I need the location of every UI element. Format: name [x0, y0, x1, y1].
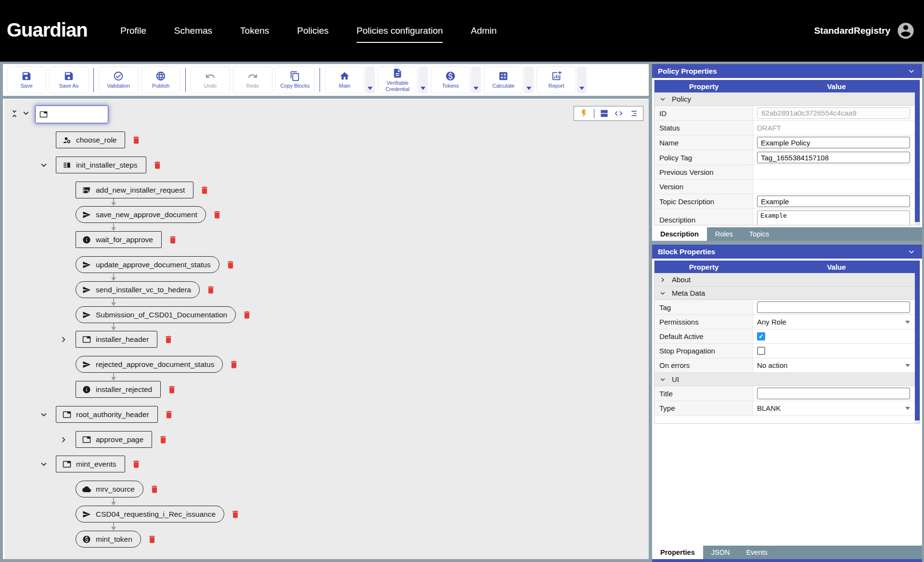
delete-block-button[interactable]	[158, 435, 168, 444]
report-button[interactable]: Report	[537, 66, 576, 93]
tokens-dropdown-arrow[interactable]	[471, 66, 481, 93]
property-row-policy-tag: Policy Tag	[654, 150, 920, 165]
policy-block-approve_page[interactable]: approve_page	[76, 431, 152, 448]
chevron-right-icon[interactable]	[58, 434, 69, 445]
chevron-down-icon[interactable]	[38, 459, 49, 470]
save-as-button[interactable]: Save As	[49, 66, 89, 93]
delete-block-button[interactable]	[242, 310, 252, 320]
publish-button[interactable]: Publish	[141, 66, 180, 93]
policy-block-root_authority_header[interactable]: root_authority_header	[56, 406, 158, 423]
delete-block-button[interactable]	[206, 285, 216, 295]
stop-propagation-checkbox[interactable]	[757, 347, 765, 355]
on-errors-select[interactable]: No action	[757, 361, 910, 369]
undo-button[interactable]: Undo	[191, 66, 230, 93]
calculate-dropdown-arrow[interactable]	[524, 66, 534, 93]
nav-item-admin[interactable]: Admin	[471, 26, 497, 36]
verifiable-credential-button[interactable]: Verifiable Credential	[378, 66, 417, 93]
report-dropdown-arrow[interactable]	[577, 66, 587, 93]
delete-block-button[interactable]	[229, 360, 239, 369]
tokens-button[interactable]: Tokens	[431, 66, 470, 93]
nav-item-schemas[interactable]: Schemas	[174, 26, 212, 36]
delete-block-button[interactable]	[168, 235, 178, 245]
default-active-checkbox[interactable]: ✓	[757, 332, 765, 340]
scrollbar[interactable]	[915, 92, 920, 225]
validation-button[interactable]: Validation	[99, 66, 138, 93]
policy-block-choose_role[interactable]: choose_role	[56, 131, 125, 148]
chevron-down-icon[interactable]	[38, 160, 49, 170]
tree-view-icon[interactable]	[629, 109, 638, 118]
blocks-view-icon[interactable]	[600, 109, 609, 118]
nav-item-tokens[interactable]: Tokens	[240, 26, 269, 36]
chevron-down-icon[interactable]	[907, 247, 916, 257]
policy-block-rejected_approve_document_status[interactable]: rejected_approve_document_status	[76, 356, 223, 373]
delete-block-button[interactable]	[150, 484, 159, 494]
policy-block-mint_token[interactable]: mint_token	[76, 531, 141, 548]
delete-block-button[interactable]	[167, 385, 177, 394]
group-row-policy[interactable]: Policy	[654, 92, 920, 106]
calculate-button[interactable]: Calculate	[484, 66, 523, 93]
permissions-select[interactable]: Any Role	[757, 318, 910, 326]
delete-block-button[interactable]	[164, 335, 173, 344]
chevron-down-icon[interactable]	[38, 409, 49, 420]
title-field[interactable]	[757, 388, 910, 399]
policy-block-CSD04_requesting_i_Rec_issuance[interactable]: CSD04_requesting_i_Rec_issuance	[76, 506, 224, 523]
policy-block-send_installer_vc_to_hedera[interactable]: send_installer_vc_to_hedera	[76, 281, 200, 298]
panel-tab-json[interactable]: JSON	[703, 546, 738, 559]
delete-block-button[interactable]	[226, 260, 235, 270]
code-view-icon[interactable]	[614, 109, 623, 118]
tree-node-row: add_new_installer_request	[76, 182, 209, 198]
copy-blocks-button[interactable]: Copy Blocks	[275, 66, 315, 93]
panel-tab-properties[interactable]: Properties	[652, 546, 703, 559]
policy-block-Submission_of_CSD01_Documentation[interactable]: Submission_of_CSD01_Documentation	[76, 306, 236, 323]
account-icon[interactable]	[896, 21, 915, 40]
delete-block-button[interactable]	[200, 185, 209, 195]
policy-block-update_approve_document_status[interactable]: update_approve_document_status	[76, 256, 219, 273]
policy-block-mrv_source[interactable]: mrv_source	[76, 481, 143, 497]
policy-tab-description[interactable]: Description	[652, 227, 707, 241]
delete-block-button[interactable]	[131, 135, 141, 145]
redo-button[interactable]: Redo	[233, 66, 272, 93]
nav-item-policies[interactable]: Policies	[297, 26, 328, 36]
policy-tab-roles[interactable]: Roles	[707, 227, 741, 241]
group-row-ui[interactable]: UI	[654, 373, 920, 386]
delete-block-button[interactable]	[231, 510, 240, 519]
save-button[interactable]: Save	[7, 66, 46, 93]
topic-description-field[interactable]	[757, 196, 910, 207]
delete-block-button[interactable]	[131, 459, 141, 469]
nav-item-policies-configuration[interactable]: Policies configuration	[357, 26, 443, 36]
block-search-input[interactable]	[51, 111, 104, 118]
delete-block-button[interactable]	[212, 210, 222, 220]
flash-icon[interactable]	[579, 109, 589, 118]
policy-block-save_new_approve_document[interactable]: save_new_approve_document	[76, 206, 206, 223]
panel-tab-events[interactable]: Events	[738, 546, 775, 559]
policy-tag-field[interactable]	[757, 152, 910, 163]
policy-tab-topics[interactable]: Topics	[741, 227, 777, 241]
chev-down-icon	[38, 160, 49, 170]
group-row-meta-data[interactable]: Meta Data	[654, 287, 920, 300]
main-dropdown-arrow[interactable]	[365, 66, 375, 93]
delete-block-button[interactable]	[164, 410, 174, 419]
group-row-about[interactable]: About	[654, 273, 920, 287]
scrollbar[interactable]	[915, 273, 920, 423]
policy-block-add_new_installer_request[interactable]: add_new_installer_request	[76, 182, 193, 198]
chevron-right-icon[interactable]	[58, 334, 69, 345]
policy-block-installer_rejected[interactable]: installer_rejected	[76, 381, 161, 398]
main-button[interactable]: Main	[325, 66, 364, 93]
policy-block-wait_for_approve[interactable]: wait_for_approve	[76, 231, 162, 248]
collapse-all-icon[interactable]	[9, 108, 20, 121]
type-select[interactable]: BLANK	[757, 404, 910, 412]
name-field[interactable]	[757, 137, 910, 148]
policy-block-mint_events[interactable]: mint_events	[56, 456, 125, 472]
delete-block-button[interactable]	[153, 160, 162, 170]
chevron-down-icon[interactable]	[907, 66, 916, 76]
user-menu[interactable]: StandardRegistry	[814, 0, 915, 62]
tag-field[interactable]	[757, 301, 910, 313]
description-field[interactable]: Example	[757, 210, 910, 225]
nav-item-profile[interactable]: Profile	[120, 26, 146, 36]
chevron-down-icon[interactable]	[21, 108, 31, 120]
nav-menu: ProfileSchemasTokensPoliciesPolicies con…	[120, 0, 497, 62]
verifiable-credential-dropdown-arrow[interactable]	[418, 66, 428, 93]
delete-block-button[interactable]	[147, 535, 157, 544]
policy-block-init_installer_steps[interactable]: init_installer_steps	[56, 157, 146, 173]
policy-block-installer_header[interactable]: installer_header	[76, 331, 157, 348]
